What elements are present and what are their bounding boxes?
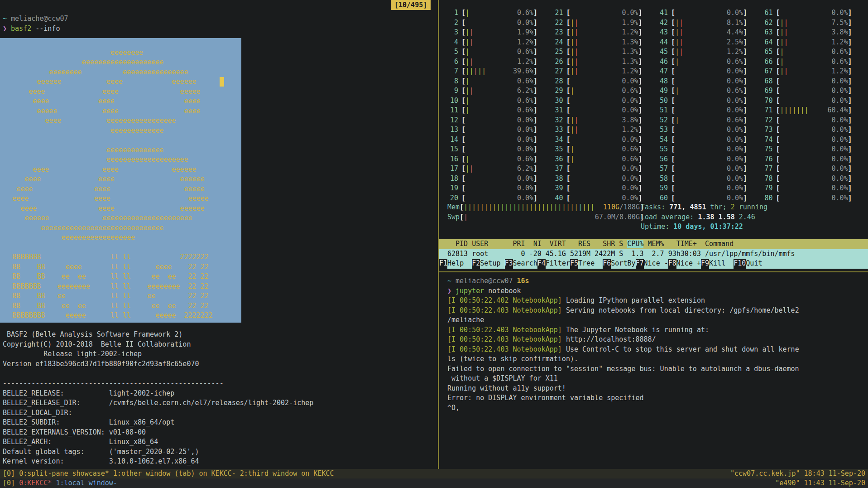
- load-label: Load average:: [641, 213, 698, 221]
- cpu-meter-69: 69[0.0%]: [762, 86, 867, 96]
- fkey-f4[interactable]: F4: [537, 259, 546, 269]
- prompt-cwd: ~: [3, 14, 7, 23]
- jupyter-prompt-duration: 16s: [517, 277, 529, 285]
- cpu-id: 39: [552, 184, 563, 193]
- cpu-bars: ||: [780, 18, 788, 28]
- cpu-bars: ||: [571, 67, 579, 77]
- cpu-id: 35: [552, 145, 563, 155]
- process-table-header[interactable]: PID USER PRI NI VIRT RES SHR S CPU% MEM%…: [439, 239, 868, 249]
- cpu-meter-17: 17[||6.2%]: [447, 164, 552, 174]
- fkey-f8[interactable]: F8: [668, 259, 676, 269]
- cpu-meter-21: 21[0.0%]: [552, 8, 657, 18]
- left-pane[interactable]: ~ meliache@ccw07 ❯ basf2 --info eeeeeeee…: [0, 0, 437, 469]
- cpu-meter-40: 40[0.0%]: [552, 193, 657, 203]
- outer-window-1[interactable]: 1:other window (tab) on KEKCC-: [113, 469, 240, 478]
- process-table-row[interactable]: 62813 root 0 -20 45.1G 5219M 2422M S 1.3…: [439, 249, 868, 259]
- outer-window-2[interactable]: 2:third window on KEKCC: [240, 469, 334, 478]
- fkey-f2[interactable]: F2: [472, 259, 480, 269]
- fkey-f6[interactable]: F6: [603, 259, 611, 269]
- memory-meter: Mem[||||||||||||||||||||||||||||||||110G…: [447, 203, 644, 213]
- fkey-f1[interactable]: F1: [439, 259, 447, 269]
- fkey-f5[interactable]: F5: [570, 259, 578, 269]
- cpu-id: 8: [447, 77, 458, 87]
- cpu-percent: 0.0%: [675, 193, 743, 203]
- fkey-f3[interactable]: F3: [505, 259, 513, 269]
- cpu-bars: |: [465, 8, 470, 18]
- inner-window-other[interactable]: 1:local window-: [56, 479, 117, 487]
- inner-session-name: [0]: [3, 479, 19, 487]
- cpu-meter-39: 39[0.0%]: [552, 184, 657, 193]
- cpu-id: 77: [762, 164, 773, 174]
- cpu-id: 36: [552, 155, 563, 164]
- fkey-f10[interactable]: F10: [734, 259, 746, 269]
- cpu-percent: 0.0%: [675, 184, 743, 193]
- cpu-bars: |: [465, 106, 470, 116]
- terminal-cursor: [220, 77, 224, 87]
- cpu-percent: 1.2%: [465, 38, 533, 48]
- log-line: [I 00:50:22.403 NotebookApp] http://loca…: [447, 335, 799, 345]
- cpu-meter-45: 45[||1.2%]: [657, 47, 762, 57]
- cpu-id: 66: [762, 57, 773, 67]
- fkey-label[interactable]: Help: [447, 259, 472, 269]
- cpu-meter-51: 51[0.0%]: [657, 106, 762, 116]
- cpu-id: 78: [762, 174, 773, 184]
- fkey-f7[interactable]: F7: [636, 259, 644, 269]
- fkey-f9[interactable]: F9: [701, 259, 709, 269]
- cpu-percent: 7.5%: [780, 18, 848, 28]
- cpu-meter-34: 34[0.0%]: [552, 135, 657, 145]
- cpu-meter-60: 60[0.0%]: [657, 193, 762, 203]
- cpu-percent: 2.5%: [675, 38, 743, 48]
- cpu-percent: 0.0%: [780, 116, 848, 126]
- cpu-meter-20: 20[0.0%]: [447, 193, 552, 203]
- log-line: Failed to open connection to "session" m…: [447, 364, 799, 374]
- fkey-label[interactable]: Search: [513, 259, 537, 269]
- cpu-percent: 0.6%: [465, 106, 533, 116]
- cpu-id: 30: [552, 96, 563, 106]
- cpu-percent: 0.6%: [465, 155, 533, 164]
- cpu-percent: 0.0%: [780, 86, 848, 96]
- cpu-percent: 0.0%: [780, 184, 848, 193]
- swp-bars: |: [464, 213, 468, 222]
- cpu-bars: |: [571, 86, 575, 96]
- cpu-percent: 0.0%: [780, 135, 848, 145]
- cpu-bars: ||: [780, 28, 788, 38]
- inner-window-active[interactable]: 0:KEKCC*: [19, 479, 56, 487]
- cpu-id: 26: [552, 57, 563, 67]
- basf2-about-text: BASF2 (Belle Analysis Software Framework…: [3, 330, 199, 369]
- cpu-bars: ||: [465, 164, 474, 174]
- fkey-label[interactable]: Kill: [709, 259, 734, 269]
- fkey-label[interactable]: Setup: [480, 259, 504, 269]
- outer-window-0[interactable]: 0:split-pane showcase*: [19, 469, 113, 478]
- cpu-meter-9: 9[||6.2%]: [447, 86, 552, 96]
- cpu-meter-55: 55[0.0%]: [657, 145, 762, 155]
- cpu-bars: |: [465, 155, 470, 164]
- cpu-id: 69: [762, 86, 773, 96]
- cpu-id: 71: [762, 106, 773, 116]
- fkey-label[interactable]: Tree: [578, 259, 603, 269]
- header-sort-column[interactable]: CPU%: [627, 240, 643, 248]
- cpu-id: 80: [762, 193, 773, 203]
- cpu-meter-grid: 1[|0.6%]2[0.0%]3[||1.9%]4[||1.2%]5[|0.6%…: [447, 8, 867, 203]
- htop-pane[interactable]: 1[|0.6%]2[0.0%]3[||1.9%]4[||1.2%]5[|0.6%…: [439, 0, 868, 271]
- cpu-meter-50: 50[0.0%]: [657, 96, 762, 106]
- cpu-id: 11: [447, 106, 458, 116]
- jupyter-log: [I 00:50:22.402 NotebookApp] Loading IPy…: [447, 296, 799, 413]
- cpu-meter-58: 58[0.0%]: [657, 174, 762, 184]
- fkey-label[interactable]: SortBy: [611, 259, 635, 269]
- cpu-meter-49: 49[|0.6%]: [657, 86, 762, 96]
- cpu-percent: 0.0%: [465, 18, 533, 28]
- cpu-meter-25: 25[||1.3%]: [552, 47, 657, 57]
- fkey-label[interactable]: Filter: [546, 259, 570, 269]
- fkey-label[interactable]: Nice +: [676, 259, 701, 269]
- cpu-meter-68: 68[0.0%]: [762, 77, 867, 87]
- cpu-meter-6: 6[||1.2%]: [447, 57, 552, 67]
- cpu-meter-18: 18[0.0%]: [447, 174, 552, 184]
- fkey-label[interactable]: Quit: [746, 259, 770, 269]
- fkey-label[interactable]: Nice -: [644, 259, 668, 269]
- jupyter-pane[interactable]: ~ meliache@ccw07 16s ❯ jupyter notebook …: [439, 272, 868, 469]
- cpu-id: 19: [447, 184, 458, 193]
- cpu-id: 38: [552, 174, 563, 184]
- cpu-percent: 0.0%: [780, 174, 848, 184]
- cpu-id: 6: [447, 57, 458, 67]
- cpu-meter-67: 67[||1.2%]: [762, 67, 867, 77]
